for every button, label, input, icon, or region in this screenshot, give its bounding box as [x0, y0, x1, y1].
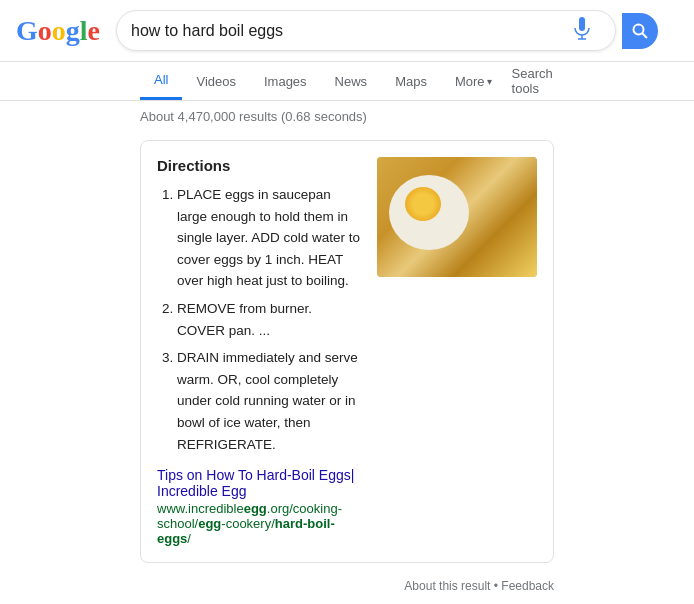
- featured-link: Tips on How To Hard-Boil Eggs| Incredibl…: [157, 467, 361, 546]
- svg-rect-0: [579, 17, 585, 31]
- about-result: About this result • Feedback: [0, 575, 694, 597]
- nav-item-images[interactable]: Images: [250, 64, 321, 99]
- feedback-link[interactable]: Feedback: [501, 579, 554, 593]
- header: G o o g l e: [0, 0, 694, 62]
- logo-e: e: [88, 15, 100, 47]
- google-logo: G o o g l e: [16, 15, 100, 47]
- svg-point-3: [634, 24, 644, 34]
- more-arrow-icon: ▾: [487, 76, 492, 87]
- nav-item-more[interactable]: More ▾: [441, 64, 506, 99]
- egg-yolk: [405, 187, 441, 221]
- featured-snippet: Directions PLACE eggs in saucepan large …: [140, 140, 554, 563]
- nav-item-videos[interactable]: Videos: [182, 64, 250, 99]
- step-2: REMOVE from burner. COVER pan. ...: [177, 298, 361, 341]
- logo-g2: g: [66, 15, 80, 47]
- mic-icon[interactable]: [573, 17, 591, 44]
- featured-url: www.incredibleegg.org/cooking-school/egg…: [157, 501, 361, 546]
- featured-content: Directions PLACE eggs in saucepan large …: [157, 157, 377, 546]
- search-bar: [116, 10, 616, 51]
- search-input[interactable]: [131, 22, 573, 40]
- logo-g: G: [16, 15, 38, 47]
- search-button[interactable]: [622, 13, 658, 49]
- nav-item-all[interactable]: All: [140, 62, 182, 100]
- svg-line-4: [643, 33, 648, 38]
- search-tools-button[interactable]: Search tools: [512, 66, 554, 96]
- about-text: About this result: [404, 579, 490, 593]
- logo-l: l: [80, 15, 88, 47]
- step-1: PLACE eggs in saucepan large enough to h…: [177, 184, 361, 292]
- featured-title: Directions: [157, 157, 361, 174]
- featured-list: PLACE eggs in saucepan large enough to h…: [157, 184, 361, 455]
- results-count: About 4,470,000 results (0.68 seconds): [0, 101, 694, 132]
- nav-item-maps[interactable]: Maps: [381, 64, 441, 99]
- logo-o1: o: [38, 15, 52, 47]
- egg-illustration: [377, 157, 537, 277]
- featured-result-link[interactable]: Tips on How To Hard-Boil Eggs| Incredibl…: [157, 467, 354, 499]
- step-3: DRAIN immediately and serve warm. OR, co…: [177, 347, 361, 455]
- result-1: How to Make Perfect Hard Boiled Eggs | S…: [0, 597, 694, 604]
- nav-item-news[interactable]: News: [321, 64, 382, 99]
- nav: All Videos Images News Maps More ▾ Searc…: [0, 62, 694, 101]
- logo-o2: o: [52, 15, 66, 47]
- featured-image: [377, 157, 537, 277]
